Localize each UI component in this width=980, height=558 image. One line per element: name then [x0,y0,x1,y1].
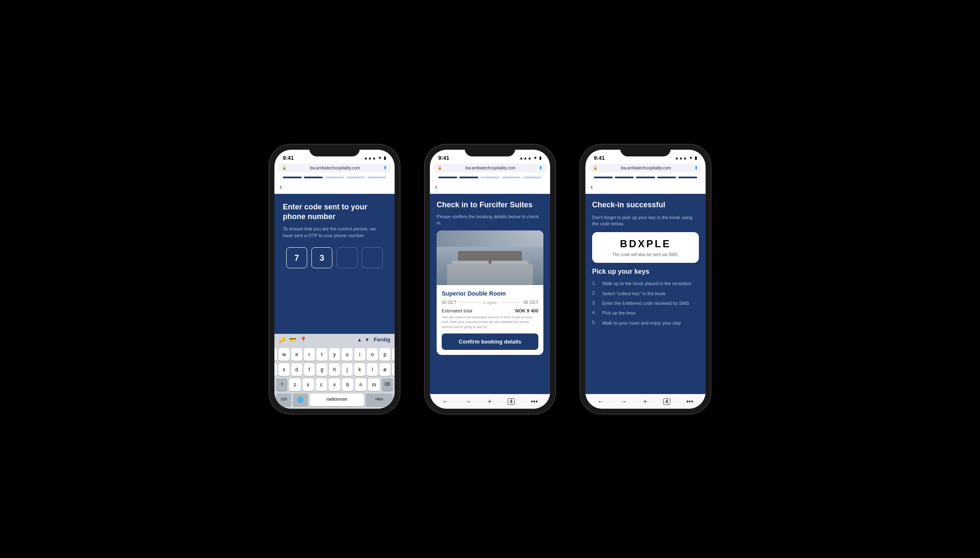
key-w[interactable]: w [279,348,290,361]
key-globe[interactable]: 🌐 [293,394,308,406]
key-z[interactable]: z [289,378,300,391]
pickup-step-5: 5. Walk to your room and enjoy your stay [592,320,699,326]
key-u[interactable]: u [342,348,353,361]
browser-more-button-2[interactable]: ••• [531,398,538,405]
key-f[interactable]: f [304,363,315,376]
browser-forward-button-3[interactable]: → [620,398,627,405]
key-r[interactable]: r [304,348,315,361]
key-s[interactable]: s [279,363,290,376]
check-in-date: 03 OCT [442,300,456,305]
otp-digit-4[interactable] [362,247,383,268]
share-icon-3[interactable]: ⬆ [694,165,698,171]
browser-tab-count-2[interactable]: 4 [508,398,515,405]
progress-seg-2-2 [459,177,478,178]
key-k[interactable]: k [354,363,365,376]
key-m[interactable]: m [368,378,379,391]
key-b[interactable]: b [342,378,353,391]
key-e[interactable]: e [291,348,302,361]
step-num-3: 3. [592,300,599,305]
wifi-icon-2: ▼ [533,156,537,160]
key-j[interactable]: j [342,363,353,376]
otp-subtitle: To ensure that you are the correct perso… [283,226,386,239]
browser-back-button-3[interactable]: ← [598,398,604,405]
key-o[interactable]: o [367,348,378,361]
key-v[interactable]: v [329,378,340,391]
key-t[interactable]: t [316,348,327,361]
lock-icon-2: 🔒 [437,166,442,170]
key-delete[interactable]: ⌫ [382,378,393,391]
browser-bar-2[interactable]: 🔒 bw.arribatechospitality.com ⬆ [433,164,547,172]
estimated-total-label: Estimated total [442,308,472,313]
key-l[interactable]: l [367,363,378,376]
date-line-right [499,302,521,303]
room-image-overlay [437,230,543,285]
progress-seg-1-5 [367,177,386,178]
progress-seg-1-2 [304,177,323,178]
key-oslash[interactable]: ø [379,363,390,376]
step-text-1: Walk up to the kiosk placed in the recep… [602,280,691,287]
back-button-2[interactable]: ‹ [435,182,437,191]
share-icon-1[interactable]: ⬆ [383,165,387,171]
status-time-1: 9:41 [283,155,294,161]
share-icon-2[interactable]: ⬆ [539,165,543,171]
progress-seg-2-5 [523,177,542,178]
keyboard-done-button[interactable]: Ferdig [374,336,390,343]
browser-bottom-3: ← → + 4 ••• [585,394,706,409]
date-row: 03 OCT 2 nights 05 OCT [442,300,538,305]
otp-digit-1[interactable]: 7 [286,247,307,268]
phone-checkin: 9:41 ▲▲▲ ▼ ▮ 🔒 bw.arribatechospitality.c… [425,145,555,414]
back-button-1[interactable]: ‹ [279,182,282,191]
key-return[interactable]: retur [366,394,393,406]
otp-digit-3[interactable] [337,247,358,268]
key-ae[interactable]: æ [392,363,395,376]
otp-digit-2[interactable]: 3 [311,247,332,268]
browser-forward-button-2[interactable]: → [465,398,472,405]
browser-back-button-2[interactable]: ← [442,398,449,405]
browser-url-3: bw.arribatechospitality.com [600,166,692,170]
key-c[interactable]: c [316,378,327,391]
checkin-title: Check in to Furcifer Suites [437,201,543,209]
keyboard-arrows[interactable]: ▲ ▼ [357,337,369,343]
step-num-1: 1. [592,280,599,286]
pickup-title: Pick up your keys [592,268,699,275]
browser-more-button-3[interactable]: ••• [686,398,693,405]
progress-seg-1-4 [346,177,365,178]
key-g[interactable]: g [316,363,327,376]
status-time-3: 9:41 [594,155,605,161]
browser-add-button-2[interactable]: + [488,398,492,405]
key-shift[interactable]: ⇧ [276,378,287,391]
keyboard-accessory-icons: 🔑 💳 📍 [279,336,353,343]
key-p[interactable]: p [379,348,390,361]
kiosk-code: BDXPLE [598,238,693,250]
key-d[interactable]: d [291,363,302,376]
code-note: The code will also be sent via SMS. [598,252,693,257]
confirm-booking-button[interactable]: Confirm booking details [442,333,538,350]
key-y[interactable]: y [329,348,340,361]
wifi-icon-1: ▼ [378,156,382,160]
browser-tab-count-3[interactable]: 4 [663,398,670,405]
browser-add-button-3[interactable]: + [643,398,647,405]
browser-bar-3[interactable]: 🔒 bw.arribatechospitality.com ⬆ [589,164,702,172]
location-icon: 📍 [300,336,307,343]
progress-seg-2-3 [480,177,499,178]
browser-bar-1[interactable]: 🔒 bw.arribatechospitality.com ⬆ [278,164,391,172]
key-123[interactable]: 123 [276,394,291,406]
arrow-up-icon[interactable]: ▲ [357,337,362,343]
kb-row-2: a s d f g h j k l ø æ [276,363,393,376]
pickup-step-4: 4. Pick up the keys [592,310,699,316]
key-icon: 🔑 [279,336,286,343]
signal-icon-2: ▲▲▲ [519,156,532,160]
key-aa[interactable]: å [392,348,395,361]
key-q[interactable]: q [274,348,277,361]
key-h[interactable]: h [329,363,340,376]
key-n[interactable]: n [355,378,366,391]
key-a[interactable]: a [274,363,277,376]
keyboard-toolbar: 🔑 💳 📍 ▲ ▼ Ferdig [274,334,395,346]
otp-input-group: 7 3 [283,247,386,268]
key-i[interactable]: i [354,348,365,361]
status-icons-2: ▲▲▲ ▼ ▮ [519,156,542,160]
back-button-3[interactable]: ‹ [590,182,593,191]
key-space[interactable]: mellomrom [310,394,364,406]
key-x[interactable]: x [303,378,314,391]
arrow-down-icon[interactable]: ▼ [364,337,369,343]
